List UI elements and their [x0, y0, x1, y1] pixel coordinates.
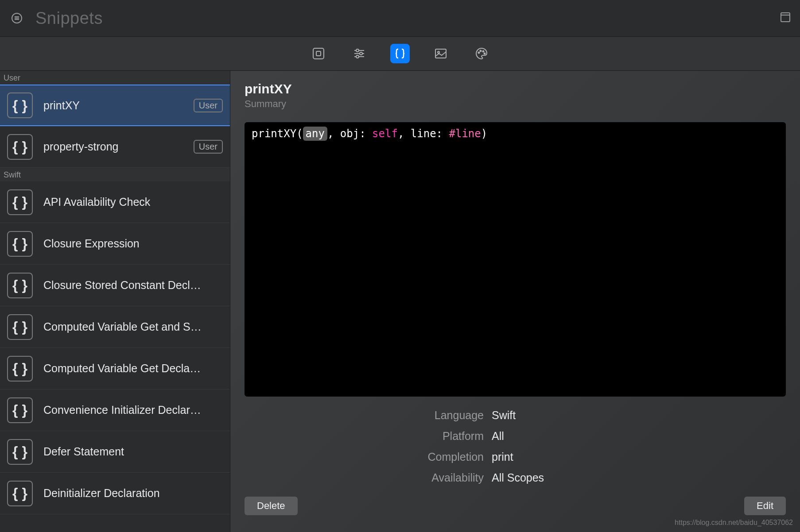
svg-point-17	[480, 50, 482, 52]
code-line: printXY(any, obj: self, line: #line)	[252, 127, 487, 141]
list-item-label: Deinitializer Declaration	[43, 487, 223, 500]
braces-icon: { }	[7, 189, 33, 215]
user-badge: User	[194, 99, 223, 112]
list-item-label: Defer Statement	[43, 445, 223, 458]
list-item-label: property-strong	[43, 140, 183, 153]
svg-point-11	[360, 52, 362, 55]
list-item[interactable]: { } Deinitializer Declaration	[0, 473, 230, 514]
list-item-label: Computed Variable Get and S…	[43, 320, 223, 333]
braces-icon: { }	[7, 231, 33, 257]
list-item[interactable]: { } Computed Variable Get and S…	[0, 306, 230, 348]
tab-files[interactable]	[309, 44, 328, 63]
toolbar	[0, 36, 800, 71]
list-item[interactable]: { } Convenience Initializer Declar…	[0, 389, 230, 431]
list-item-label: Closure Stored Constant Decl…	[43, 279, 223, 292]
availability-value: All Scopes	[492, 471, 786, 484]
list-item[interactable]: { } Defer Statement	[0, 431, 230, 473]
snippet-subtitle: Summary	[245, 98, 786, 110]
code-placeholder: any	[303, 127, 327, 141]
svg-point-19	[484, 53, 485, 54]
svg-point-15	[438, 51, 439, 53]
svg-rect-4	[781, 13, 790, 22]
edit-button[interactable]: Edit	[744, 497, 786, 515]
list-item-label: Closure Expression	[43, 237, 223, 250]
tab-media[interactable]	[431, 44, 450, 63]
list-item-label: Computed Variable Get Decla…	[43, 362, 223, 375]
sliders-icon	[352, 46, 366, 61]
svg-point-18	[483, 51, 484, 52]
image-icon	[434, 46, 448, 61]
braces-icon: { }	[7, 314, 33, 340]
detail-pane: printXY Summary printXY(any, obj: self, …	[230, 71, 800, 532]
svg-point-9	[356, 49, 359, 52]
menu-button[interactable]	[9, 10, 25, 26]
list-item-label: Convenience Initializer Declar…	[43, 404, 223, 416]
tab-colors[interactable]	[472, 44, 491, 63]
braces-icon: { }	[7, 134, 33, 160]
stop-icon	[311, 46, 326, 61]
watermark: https://blog.csdn.net/baidu_40537062	[675, 519, 793, 527]
snippet-metadata: Language Swift Platform All Completion p…	[245, 409, 786, 484]
search-input[interactable]	[35, 9, 245, 28]
list-item[interactable]: { } property-strong User	[0, 126, 230, 168]
header	[0, 0, 800, 36]
code-editor[interactable]: printXY(any, obj: self, line: #line)	[245, 122, 786, 397]
svg-rect-7	[316, 51, 321, 56]
svg-point-16	[478, 52, 480, 54]
language-label: Language	[245, 409, 484, 422]
list-item[interactable]: { } Closure Stored Constant Decl…	[0, 265, 230, 306]
completion-value: print	[492, 451, 786, 463]
platform-label: Platform	[245, 430, 484, 443]
braces-icon: { }	[7, 439, 33, 465]
list-item[interactable]: { } API Availability Check	[0, 181, 230, 223]
availability-label: Availability	[245, 471, 484, 484]
braces-icon: { }	[7, 356, 33, 382]
palette-icon	[474, 46, 489, 61]
braces-icon: { }	[7, 397, 33, 423]
window-button[interactable]	[780, 12, 791, 25]
snippet-title: printXY	[245, 81, 786, 96]
list-item[interactable]: { } printXY User	[0, 85, 230, 126]
svg-point-13	[356, 55, 359, 58]
completion-label: Completion	[245, 451, 484, 463]
language-value: Swift	[492, 409, 786, 422]
braces-icon: { }	[7, 481, 33, 506]
list-item-label: API Availability Check	[43, 196, 223, 208]
platform-value: All	[492, 430, 786, 443]
tab-settings[interactable]	[350, 44, 369, 63]
list-item[interactable]: { } Computed Variable Get Decla…	[0, 348, 230, 389]
braces-icon: { }	[7, 273, 33, 298]
braces-icon: { }	[7, 93, 33, 118]
list-item[interactable]: { } Closure Expression	[0, 223, 230, 265]
braces-icon	[394, 47, 406, 60]
sidebar[interactable]: User { } printXY User { } property-stron…	[0, 71, 230, 532]
svg-rect-6	[313, 48, 324, 59]
menu-icon	[11, 12, 23, 24]
tab-snippets[interactable]	[390, 44, 410, 63]
user-badge: User	[194, 140, 223, 154]
list-item-label: printXY	[43, 99, 183, 112]
section-header-swift: Swift	[0, 168, 230, 181]
window-icon	[780, 12, 791, 23]
delete-button[interactable]: Delete	[245, 497, 298, 515]
section-header-user: User	[0, 71, 230, 85]
